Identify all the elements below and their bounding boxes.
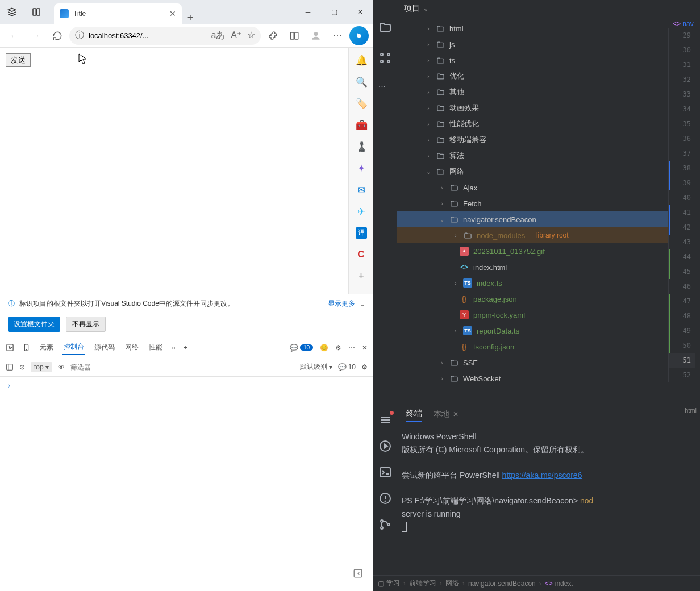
bell-icon[interactable]: 🔔 [356,55,367,66]
tree-folder-ajax[interactable]: ›Ajax [397,180,668,195]
tab-elements[interactable]: 元素 [39,340,55,355]
log-level-selector[interactable]: 默认级别▾ [300,362,332,372]
crumb[interactable]: 前端学习 [409,578,436,588]
microsoft365-icon[interactable]: ✦ [356,163,367,174]
close-devtools-icon[interactable]: ✕ [362,344,368,352]
tab-sources[interactable]: 源代码 [93,340,116,355]
project-tool-icon[interactable] [378,20,392,34]
console-settings-icon[interactable]: ⚙ [361,363,368,371]
tree-folder-opt[interactable]: ›优化 [397,68,668,84]
menu-icon[interactable] [378,413,392,427]
tab-overview-icon[interactable] [31,7,41,17]
structure-tool-icon[interactable] [378,51,392,65]
close-icon[interactable]: ✕ [453,410,459,418]
chevron-down-icon[interactable]: ⌄ [360,300,365,308]
tab-overflow-icon[interactable]: » [172,344,176,352]
powershell-link[interactable]: https://aka.ms/pscore6 [502,471,582,480]
clear-console-icon[interactable]: ⊘ [19,363,25,371]
tree-folder-net[interactable]: ⌄网络 [397,164,668,180]
inspect-icon[interactable] [6,343,14,352]
context-selector[interactable]: top▾ [31,362,52,372]
tree-file-package[interactable]: {}package.json [397,291,668,307]
tree-folder-ws[interactable]: ›WebSocket [397,371,668,386]
add-sidebar-icon[interactable]: + [358,270,364,282]
crumb[interactable]: <>index. [545,580,573,588]
tree-folder-fetch[interactable]: ›Fetch [397,195,668,211]
toggle-sidebar-icon[interactable] [6,363,14,371]
tree-folder-mobile[interactable]: ›移动端兼容 [397,132,668,148]
tree-file-report[interactable]: ›TSreportData.ts [397,323,668,339]
tree-folder-other[interactable]: ›其他 [397,84,668,100]
translate-icon[interactable]: aあ [211,30,225,41]
editor-tab[interactable]: <> nav [668,17,700,28]
forward-button[interactable]: → [26,26,45,45]
project-dropdown[interactable]: 项目 ⌄ [404,3,428,14]
extensions-icon[interactable] [263,26,282,45]
tree-folder-ts[interactable]: ›ts [397,52,668,68]
device-icon[interactable] [22,343,31,352]
workspaces-icon[interactable] [7,7,17,17]
problems-icon[interactable] [378,492,392,505]
drop-icon[interactable]: ✈ [356,206,367,217]
dont-show-button[interactable]: 不再显示 [66,317,106,332]
new-tab-button[interactable]: + [182,12,199,24]
back-button[interactable]: ← [5,26,24,45]
tree-file-lock[interactable]: Ypnpm-lock.yaml [397,307,668,323]
c-icon[interactable]: C [356,249,367,260]
filter-input[interactable] [70,363,156,371]
crumb[interactable]: navigator.sendBeacon [468,580,536,588]
games-icon[interactable]: ♟️ [356,141,367,152]
live-expression-icon[interactable]: 👁 [58,363,65,371]
search-icon[interactable]: 🔍 [356,76,367,88]
run-icon[interactable] [378,439,392,453]
settings-icon[interactable]: ⚙ [335,344,341,352]
bing-chat-icon[interactable] [349,26,369,45]
more-icon[interactable]: ⋯ [328,26,347,45]
terminal-output[interactable]: Windows PowerShell 版权所有 (C) Microsoft Co… [397,426,700,575]
tree-folder-algo[interactable]: ›算法 [397,148,668,164]
url-input[interactable] [89,31,206,40]
translate-side-icon[interactable]: 译 [356,227,367,239]
terminal-tab-active[interactable]: 终端 [406,409,422,422]
tab-performance[interactable]: 性能 [148,340,164,355]
tab-network[interactable]: 网络 [124,340,140,355]
terminal-tab-local[interactable]: 本地✕ [434,409,459,422]
tree-file-index-ts[interactable]: ›TSindex.ts [397,275,668,291]
tree-folder-js[interactable]: ›js [397,36,668,52]
language-badge[interactable]: html [685,407,697,414]
add-tab-icon[interactable]: + [184,344,188,352]
tree-file-tsconfig[interactable]: {}tsconfig.json [397,339,668,355]
more-tools-icon[interactable]: ⋯ [378,82,392,95]
outlook-icon[interactable]: ✉ [356,184,367,195]
browser-tab[interactable]: Title ✕ [54,3,182,24]
refresh-button[interactable] [48,26,67,45]
crumb[interactable]: 网络 [445,578,459,588]
collapse-sidebar-icon[interactable] [353,568,363,578]
console-body[interactable]: › [0,377,373,591]
maximize-button[interactable]: ▢ [321,0,347,24]
tree-file-index-html[interactable]: <>index.html [397,259,668,275]
site-info-icon[interactable]: ⓘ [75,30,84,41]
tree-folder-node-modules[interactable]: ›node_modules library root [397,227,668,243]
split-screen-icon[interactable] [285,26,304,45]
favorite-icon[interactable]: ☆ [247,30,255,41]
close-button[interactable]: ✕ [347,0,373,24]
tools-icon[interactable]: 🧰 [356,119,367,131]
shopping-icon[interactable]: 🏷️ [356,98,367,109]
tree-folder-perf[interactable]: ›性能优化 [397,116,668,132]
more-devtools-icon[interactable]: ⋯ [348,344,355,352]
set-root-button[interactable]: 设置根文件夹 [8,317,60,332]
read-aloud-icon[interactable]: A⁺ [231,30,241,41]
project-tree[interactable]: ›html ›js ›ts ›优化 ›其他 ›动画效果 ›性能优化 ›移动端兼容… [397,17,668,405]
crumb[interactable]: ▢学习 [378,578,400,588]
git-icon[interactable] [378,518,392,531]
tree-folder-sse[interactable]: ›SSE [397,355,668,371]
tree-folder-anim[interactable]: ›动画效果 [397,100,668,116]
tree-file-gif[interactable]: ✦20231011_013752.gif [397,243,668,259]
terminal-icon[interactable] [378,465,392,479]
minimize-button[interactable]: ─ [295,0,321,24]
tab-console[interactable]: 控制台 [63,340,85,355]
address-bar[interactable]: ⓘ aあ A⁺ ☆ [69,27,261,45]
send-button[interactable]: 发送 [6,53,31,67]
close-icon[interactable]: ✕ [169,9,176,18]
